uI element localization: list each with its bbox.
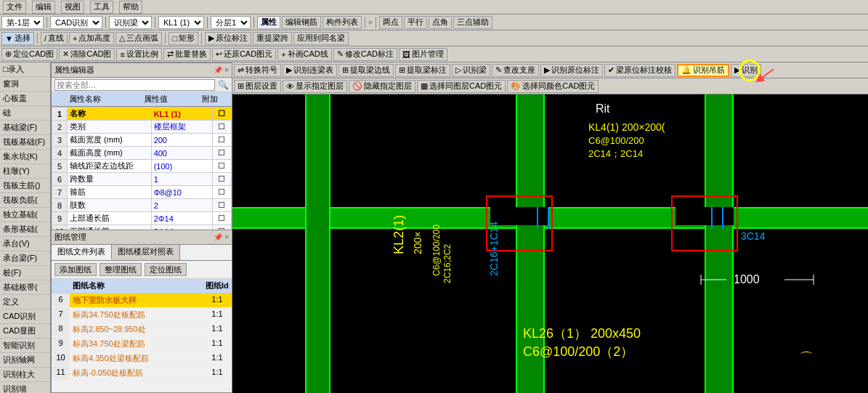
add-height-btn[interactable]: + 点加高度 (69, 32, 114, 45)
prop-add-check[interactable]: ☐ (212, 199, 231, 212)
extract-edge-btn[interactable]: ⊞ 提取梁边线 (338, 64, 394, 77)
drawing-row[interactable]: 6 地下室防水板大样 1:1 (52, 293, 232, 308)
sidebar-item-window[interactable]: 窗洞 (0, 77, 50, 92)
attribute-btn[interactable]: 属性 (257, 16, 280, 29)
locate-cad-btn[interactable]: ⊕ 定位CAD图 (1, 48, 57, 61)
sidebar-item-strip[interactable]: 条形基础( (0, 222, 50, 237)
convert-sign-btn[interactable]: ⇌ 转换符号 (234, 64, 281, 77)
three-point-btn[interactable]: 三点辅助 (453, 16, 492, 29)
two-point-btn[interactable]: 两点 (379, 16, 402, 29)
batch-replace-btn[interactable]: ⇄ 批量替换 (163, 48, 211, 61)
organize-drawing-btn[interactable]: 整理图纸 (100, 263, 142, 276)
sidebar-item-cad-draw[interactable]: CAD显图 (0, 324, 50, 339)
prop-value[interactable]: 2 (151, 199, 212, 212)
select-btn[interactable]: ▼ 选择 (1, 32, 34, 45)
add-cad-line-btn[interactable]: + 补画CAD线 (277, 48, 332, 61)
sidebar-item-col[interactable]: 识别柱大 (0, 368, 50, 382)
prop-add-check[interactable]: ☐ (212, 134, 231, 147)
drawing-row[interactable]: 8 标高2.850~28.950处 1:1 (52, 323, 232, 337)
recognize-hanger-btn[interactable]: 🔔 识别吊筋 (677, 64, 729, 77)
drawing-pin-icon[interactable]: 📌 × (214, 233, 229, 241)
prop-add-check[interactable]: ☐ (212, 108, 231, 121)
drawing-tab-floor[interactable]: 图纸楼层对照表 (112, 245, 180, 260)
sidebar-item-pile[interactable]: 桩(F) (0, 266, 50, 280)
sidebar-item-smart-recognize[interactable]: 智能识别 (0, 339, 50, 353)
recognize-origin-btn[interactable]: ▶ 识别原位标注 (540, 64, 603, 77)
rect-btn[interactable]: □ 矩形 (169, 32, 198, 45)
recognize-beam-btn[interactable]: ▷ 识别梁 (452, 64, 490, 77)
menu-edit[interactable]: 编辑 (32, 1, 55, 14)
menu-file[interactable]: 文件 (3, 1, 26, 14)
cad-select[interactable]: CAD识别 (50, 16, 102, 29)
drawing-row[interactable]: 10 标高4.350处梁板配筋 1:1 (52, 352, 232, 366)
menu-view[interactable]: 视图 (61, 1, 84, 14)
sidebar-item-axis[interactable]: 识别轴网 (0, 353, 50, 368)
sidebar-item-foundation-beam[interactable]: 基础梁(F) (0, 121, 50, 135)
hide-layer-btn[interactable]: 🚫 隐藏指定图层 (349, 80, 415, 93)
add-drawing-btn[interactable]: 添加图纸 (54, 263, 97, 276)
recognize-connect-btn[interactable]: ▶ 识别连梁表 (283, 64, 337, 77)
sidebar-item-wall[interactable]: 识别墙 (0, 382, 50, 393)
sidebar-item-cap[interactable]: 承台(V) (0, 237, 50, 251)
prop-value[interactable]: 楼层框架 (151, 121, 212, 134)
prop-add-check[interactable]: ☐ (212, 147, 231, 160)
prop-add-check[interactable]: ☐ (212, 173, 231, 186)
apply-same-btn[interactable]: 应用到同名梁 (293, 32, 349, 45)
prop-value[interactable]: KL1 (1) (151, 108, 212, 121)
layer-set-btn[interactable]: ⊞ 图层设置 (234, 80, 281, 93)
floor-select[interactable]: 第-1层 (1, 16, 44, 29)
sidebar-item-define[interactable]: 定义 (0, 295, 50, 309)
layer-select[interactable]: 分层1 (211, 16, 251, 29)
three-arc-btn[interactable]: △ 三点画弧 (115, 32, 162, 45)
edit-rebar-btn[interactable]: 编辑钢筋 (282, 16, 321, 29)
menu-help[interactable]: 帮助 (119, 1, 142, 14)
sidebar-item-raft[interactable]: 筏板基础(F) (0, 135, 50, 150)
image-manage-btn[interactable]: 🖼 图片管理 (399, 48, 447, 61)
search-input[interactable] (54, 79, 215, 91)
sidebar-item-pier[interactable]: 柱墩(Y) (0, 164, 50, 179)
prop-add-check[interactable]: ☐ (212, 160, 231, 173)
search-icon[interactable]: 🔍 (218, 80, 229, 90)
drawing-row[interactable]: 9 标高34.750处梁配筋 1:1 (52, 337, 232, 352)
select-same-color-btn[interactable]: 🎨 选择同颜色CAD图元 (507, 80, 599, 93)
select-same-layer-btn[interactable]: ▦ 选择同图层CAD图元 (417, 80, 506, 93)
clear-cad-btn[interactable]: ✕ 清除CAD图 (59, 48, 115, 61)
menu-tool[interactable]: 工具 (90, 1, 113, 14)
sidebar-item-record[interactable]: □录入 (0, 62, 50, 77)
locate-drawing-btn[interactable]: 定位图纸 (145, 263, 187, 276)
kl-select[interactable]: KL1 (1) (158, 16, 204, 29)
recognize-select[interactable]: 识别梁 (109, 16, 152, 29)
extract-mark-btn[interactable]: ⊞ 提取梁标注 (395, 64, 450, 77)
set-scale-btn[interactable]: ≡ 设置比例 (116, 48, 161, 61)
prop-add-check[interactable]: ☐ (212, 186, 231, 199)
sidebar-item-independent[interactable]: 独立基础( (0, 208, 50, 222)
sidebar-item-strip2[interactable]: 基础板带( (0, 280, 50, 295)
prop-value[interactable]: 1 (151, 173, 212, 186)
drawing-row[interactable]: 11 标高-0.050处板配筋 1:1 (52, 366, 232, 381)
cad-canvas[interactable]: KL2(1) 200× C6@100/200 2C16;2C2 2C16+1C1… (232, 94, 868, 393)
prop-value[interactable]: 2Φ14 (151, 212, 212, 225)
sidebar-item-raft-neg[interactable]: 筏板负筋( (0, 193, 50, 208)
re-mark-btn[interactable]: 重提梁跨 (253, 32, 292, 45)
sidebar-item-raft-main[interactable]: 筏板主筋() (0, 179, 50, 193)
sidebar-item-pit[interactable]: 集水坑(K) (0, 150, 50, 164)
prop-value[interactable]: 200 (151, 134, 212, 147)
prop-value[interactable]: (100) (151, 160, 212, 173)
restore-cad-btn[interactable]: ↩ 还原CAD图元 (212, 48, 276, 61)
sidebar-item-cad-recognize[interactable]: CAD识别 (0, 309, 50, 324)
line-btn[interactable]: / 直线 (41, 32, 68, 45)
recognize-btn2[interactable]: ▶ 识别 (731, 64, 761, 77)
check-support-btn[interactable]: ✎ 查改支座 (492, 64, 539, 77)
sidebar-item-base[interactable]: 础 (0, 106, 50, 121)
prop-value[interactable]: Φ8@10 (151, 186, 212, 199)
angle-btn[interactable]: 点角 (429, 16, 452, 29)
show-layer-btn[interactable]: 👁 显示指定图层 (283, 80, 347, 93)
modify-cad-mark-btn[interactable]: ✎ 修改CAD标注 (333, 48, 397, 61)
pin-icon[interactable]: 📌 × (214, 66, 229, 74)
drawing-row[interactable]: 7 标高34.750处板配筋 1:1 (52, 308, 232, 323)
origin-mark-btn[interactable]: ▶ 原位标注 (205, 32, 251, 45)
member-list-btn[interactable]: 构件列表 (323, 16, 362, 29)
prop-add-check[interactable]: ☐ (212, 121, 231, 134)
sidebar-item-cover[interactable]: 心板盖 (0, 92, 50, 106)
parallel-btn[interactable]: 平行 (404, 16, 427, 29)
